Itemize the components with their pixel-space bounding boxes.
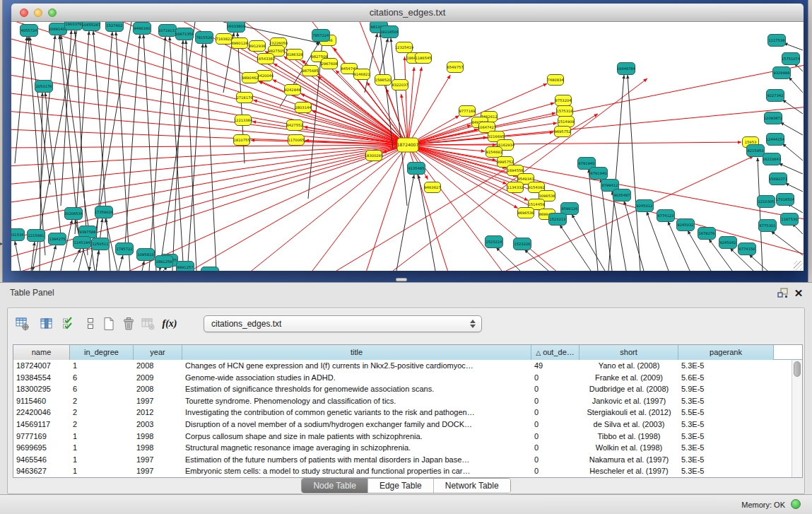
delete-trash-button[interactable] [119, 315, 138, 333]
network-node[interactable]: 7815526 [196, 32, 213, 44]
column-header-pagerank[interactable]: pagerank [678, 345, 774, 360]
network-node[interactable]: 16033809 [227, 22, 245, 33]
network-node[interactable]: 1394275 [49, 233, 66, 245]
collapsed-panel-arrow-icon[interactable]: ▸ [0, 241, 3, 247]
network-node[interactable]: 8791940 [590, 168, 608, 180]
cell-out-de-[interactable]: 0 [531, 454, 579, 466]
cell-title[interactable]: Estimation of the future numbers of pati… [182, 454, 531, 466]
network-node[interactable]: 1523213 [549, 214, 567, 226]
cell-in-degree[interactable]: 6 [70, 372, 134, 384]
network-node[interactable]: 9695752 [554, 127, 570, 137]
network-node[interactable]: 6774123 [657, 210, 675, 222]
network-node[interactable]: 6549757 [447, 62, 463, 73]
cell-name[interactable]: 9699695 [13, 442, 70, 454]
cell-pagerank[interactable]: 5.3E-5 [678, 454, 774, 466]
float-window-icon[interactable] [777, 287, 789, 300]
cell-pagerank[interactable]: 5.9E-5 [678, 383, 774, 395]
network-node[interactable]: 2718176 [236, 93, 252, 103]
network-node[interactable]: 2053176 [35, 81, 53, 93]
cell-short[interactable]: Stergiakouli et al. (2012) [579, 407, 678, 419]
network-node[interactable]: 8427552 [286, 120, 302, 131]
network-node[interactable]: 1170065 [288, 135, 304, 146]
cell-name[interactable]: 19384554 [13, 372, 70, 384]
network-node[interactable]: 16543382 [257, 54, 275, 64]
table-row[interactable]: 946554611997Estimation of the future num… [13, 454, 792, 466]
network-node[interactable]: 9890462 [242, 73, 258, 83]
network-node[interactable]: 1095810 [137, 249, 155, 261]
network-node[interactable]: 9245012 [636, 200, 654, 212]
cell-year[interactable]: 1997 [134, 454, 182, 466]
cell-name[interactable]: 9463627 [13, 465, 70, 477]
column-header-title[interactable]: title [182, 345, 531, 360]
network-node[interactable]: 9242848 [284, 85, 300, 95]
network-node[interactable]: 1250511 [92, 238, 110, 250]
table-row[interactable]: 1456911722003Disruption of a novel membe… [13, 419, 792, 431]
network-node[interactable]: 9329966 [773, 67, 791, 79]
table-row[interactable]: 911546021997Tourette syndrome. Phenomeno… [13, 395, 792, 407]
show-columns-button[interactable] [37, 315, 56, 333]
cell-title[interactable]: Investigating the contribution of common… [182, 407, 531, 419]
cell-year[interactable]: 1997 [134, 465, 182, 477]
network-node[interactable]: 1588520 [375, 75, 391, 86]
network-node[interactable]: 16648784 [617, 63, 636, 75]
vertical-scrollbar[interactable] [792, 360, 802, 477]
network-node[interactable]: 1117538 [768, 35, 786, 47]
table-row[interactable]: 977716911998Corpus callosum shape and si… [13, 431, 792, 443]
cell-pagerank[interactable]: 5.6E-5 [678, 372, 774, 384]
network-node[interactable]: 17359026 [95, 206, 113, 218]
cell-in-degree[interactable]: 2 [70, 419, 134, 431]
network-node[interactable]: 8753204 [555, 95, 572, 106]
close-icon[interactable]: ✕ [792, 287, 805, 300]
network-node[interactable]: 9135485 [408, 163, 425, 175]
window-titlebar[interactable]: citations_edges.txt [11, 4, 804, 22]
cell-name[interactable]: 18300295 [13, 383, 70, 395]
network-node[interactable]: 1575316 [556, 106, 572, 117]
network-node[interactable]: 12444154 [766, 134, 785, 146]
network-node[interactable]: 1891256 [155, 256, 173, 268]
network-node[interactable]: 1514909 [558, 117, 574, 127]
cell-year[interactable]: 1997 [134, 395, 182, 407]
network-node[interactable]: 8322037 [392, 80, 408, 90]
network-node[interactable]: 1678276 [698, 228, 716, 240]
cell-in-degree[interactable]: 1 [70, 360, 134, 372]
scrollbar-thumb[interactable] [794, 361, 801, 377]
table-row[interactable]: 1872400712008Changes of HCN gene express… [13, 360, 792, 372]
network-node[interactable]: 6775301 [759, 220, 777, 232]
cell-in-degree[interactable]: 1 [70, 465, 134, 477]
cell-year[interactable]: 2008 [134, 360, 182, 372]
network-node[interactable]: 9463627 [424, 182, 440, 193]
delete-table-disabled-button[interactable] [139, 315, 158, 333]
cell-name[interactable]: 22420046 [13, 407, 70, 419]
network-node[interactable]: 17016504 [776, 194, 795, 206]
cell-title[interactable]: Corpus callosum shape and size in male p… [182, 431, 531, 443]
cell-out-de-[interactable]: 0 [531, 465, 579, 477]
cell-title[interactable]: Changes of HCN gene expression and I(f) … [182, 360, 531, 372]
cell-in-degree[interactable]: 1 [70, 454, 134, 466]
column-header-in-degree[interactable]: in_degree [70, 345, 134, 360]
row-visibility-button[interactable] [81, 315, 100, 333]
cell-year[interactable]: 1998 [134, 431, 182, 443]
cell-in-degree[interactable]: 2 [70, 395, 134, 407]
cell-short[interactable]: Franke et al. (2009) [579, 372, 678, 384]
column-settings-button[interactable] [13, 315, 32, 333]
column-header-short[interactable]: short [579, 345, 678, 360]
table-row[interactable]: 1830029562008Estimation of significance … [13, 383, 792, 395]
network-graph[interactable]: 7163822896012889129362322605898275051654… [11, 22, 804, 271]
cell-short[interactable]: Jankovic et al. (1997) [579, 395, 678, 407]
network-node[interactable]: 1215681 [28, 230, 45, 242]
network-node[interactable]: 9245032 [677, 219, 695, 231]
cell-short[interactable]: Dudbridge et al. (2008) [579, 383, 678, 395]
cell-short[interactable]: Hescheler et al. (1997) [579, 465, 678, 477]
zoom-traffic-light[interactable] [48, 8, 57, 17]
cell-out-de-[interactable]: 0 [531, 372, 579, 384]
tab-edge-table[interactable]: Edge Table [367, 479, 433, 493]
network-node[interactable]: 12093872 [764, 112, 782, 124]
cell-out-de-[interactable]: 0 [531, 407, 579, 419]
cell-short[interactable]: Yano et al. (2008) [579, 360, 678, 372]
cell-year[interactable]: 1998 [134, 442, 182, 454]
cell-out-de-[interactable]: 0 [531, 442, 579, 454]
network-node[interactable]: 1903376 [65, 22, 83, 30]
network-node[interactable]: 20206536 [64, 208, 83, 220]
network-node[interactable]: 12213384 [234, 115, 253, 126]
network-node[interactable]: 1210305 [758, 196, 775, 208]
